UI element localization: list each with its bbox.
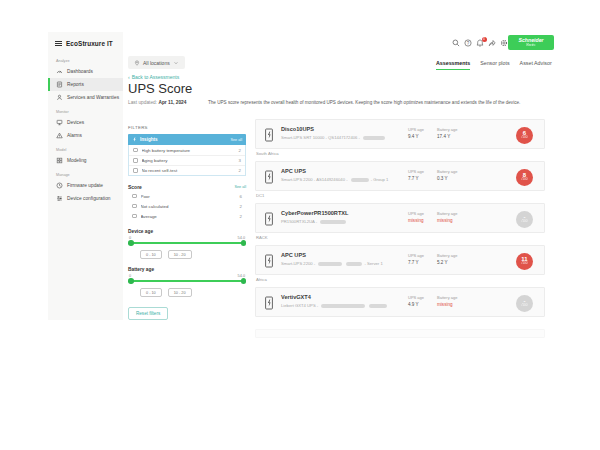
page-title: UPS Score [128,81,192,96]
sidebar-item-alarms[interactable]: Alarms [48,129,123,142]
checkbox[interactable] [133,158,138,163]
score-option-average[interactable]: Average2 [128,211,246,221]
device-age-slider[interactable] [130,242,244,244]
battery-age-label: Battery age [437,253,457,258]
battery-age-range-0-10[interactable]: 0 - 10 [140,288,162,297]
insights-options: High battery temperature2Aging battery3N… [128,145,246,176]
menu-icon[interactable] [55,41,62,46]
ups-age-column: UPS age4.9 Y [408,295,424,307]
share-icon[interactable] [488,39,496,47]
checkbox[interactable] [133,168,138,173]
score-option-poor[interactable]: Poor6 [128,191,246,201]
ups-age-value: 4.9 Y [408,302,424,307]
filter-option-count: 2 [239,148,241,153]
device-name: CyberPowerPR1500RTXL [281,210,348,216]
sidebar-item-label: Services and Warranties [67,95,119,100]
tab-sensor-plots[interactable]: Sensor plots [480,60,509,70]
logo-row: EcoStruxure IT [48,32,123,53]
device-name: VertivGXT4 [281,294,311,300]
notifications-icon[interactable]: 4 [476,39,484,47]
sidebar-item-services-and-warranties[interactable]: Services and Warranties [48,91,123,104]
filter-option-label: Average [141,214,236,219]
sidebar-item-device-configuration[interactable]: Device configuration [48,192,123,205]
redacted-text [320,220,346,224]
last-updated-label: Last updated: [128,100,157,105]
device-card[interactable]: APC UPSSmart-UPS 2200 - AS1449246040 - -… [255,161,545,191]
score-filter-label: Score [128,184,234,190]
ups-device-icon [264,170,274,184]
battery-age-value: 5.2 Y [437,260,457,265]
device-age-label: Device age [128,229,246,234]
score-total: /100 [521,262,527,265]
battery-age-slider-handle-min[interactable] [128,278,134,284]
battery-age-column: Battery age17.4 Y [437,127,457,139]
help-icon[interactable]: ? [464,39,472,47]
score-total: /100 [521,136,527,139]
svg-text:?: ? [467,41,470,46]
reset-filters-button[interactable]: Reset filters [128,307,168,320]
battery-age-slider[interactable] [130,280,244,282]
insight-option-high-battery-temperature[interactable]: High battery temperature2 [129,145,245,155]
firmware-icon [56,182,63,189]
config-icon [56,195,63,202]
redacted-text [321,304,365,308]
sidebar-item-modeling[interactable]: Modeling [48,154,123,167]
device-card[interactable]: APC UPSSmart-UPS 2200 - - Server 1 UPS a… [255,245,545,275]
reports-icon [56,81,63,88]
sidebar-item-dashboards[interactable]: Dashboards [48,65,123,78]
device-age-range-buttons: 0 - 10 10 - 20 [128,250,246,259]
tab-bar: AssessmentsSensor plotsAsset Advisor [436,60,552,70]
device-name: APC UPS [281,252,306,258]
dashboards-icon [56,68,63,75]
sidebar-item-firmware-update[interactable]: Firmware update [48,179,123,192]
settings-icon[interactable] [500,39,508,47]
ups-age-column: UPS age9.4 Y [408,127,424,139]
ups-device-icon [264,128,274,142]
device-card[interactable]: Disco10UPSSmart-UPS SRT 10000 - QS144717… [255,119,545,149]
device-model: PR1500RTXL2UA - [281,219,348,224]
battery-age-value: 0.3 Y [437,176,457,181]
score-see-all-link[interactable]: See all [234,185,246,189]
filter-option-count: 2 [240,214,242,219]
insight-option-no-recent-self-test[interactable]: No recent self-test2 [129,165,245,175]
sidebar-item-label: Firmware update [67,183,103,188]
chevron-down-icon [173,60,179,66]
sidebar-item-label: Device configuration [67,196,110,201]
tab-assessments[interactable]: Assessments [436,60,470,70]
back-to-assessments-link[interactable]: ‹ Back to Assessments [128,74,179,80]
device-age-scale: 0 54.0 [128,236,246,240]
schneider-electric-logo[interactable]: Schneider Electric [508,35,554,50]
model-text: Smart-UPS 2200 - [281,261,316,266]
battery-age-range-10-20[interactable]: 10 - 20 [168,288,192,297]
sidebar-item-label: Devices [67,120,84,125]
ups-age-column: UPS agemissing [408,211,424,223]
insights-see-all-link[interactable]: See all [230,138,242,142]
insight-option-aging-battery[interactable]: Aging battery3 [129,155,245,165]
insights-filter-header[interactable]: Insights See all [128,134,246,145]
tab-asset-advisor[interactable]: Asset Advisor [520,60,552,70]
redacted-text [346,262,362,266]
device-card[interactable]: VertivGXT4Liebert GXT4 UPS - UPS age4.9 … [255,287,545,317]
sidebar-item-devices[interactable]: Devices [48,116,123,129]
device-age-range-10-20[interactable]: 10 - 20 [168,250,192,259]
device-model: Smart-UPS SRT 10000 - QS1447172406 - [281,135,387,140]
brand-line2: Electric [526,44,535,47]
checkbox[interactable] [132,214,137,219]
search-icon[interactable] [452,39,460,47]
filters-panel: FILTERS Insights See all High battery te… [128,125,246,320]
device-card[interactable]: CyberPowerPR1500RTXLPR1500RTXL2UA - UPS … [255,203,545,233]
location-selector[interactable]: All locations [128,56,185,69]
sidebar-item-label: Alarms [67,133,82,138]
checkbox[interactable] [133,148,138,153]
score-option-not-calculated[interactable]: Not calculated2 [128,201,246,211]
sidebar-item-reports[interactable]: Reports [48,78,123,91]
score-circle: 6/100 [516,127,533,144]
battery-age-slider-handle-max[interactable] [241,278,247,284]
device-age-range-0-10[interactable]: 0 - 10 [140,250,162,259]
device-age-slider-handle-min[interactable] [128,240,134,246]
checkbox[interactable] [132,194,137,199]
score-circle: -/100 [516,211,533,228]
checkbox[interactable] [132,204,137,209]
filter-option-count: 6 [240,194,242,199]
device-age-slider-handle-max[interactable] [241,240,247,246]
